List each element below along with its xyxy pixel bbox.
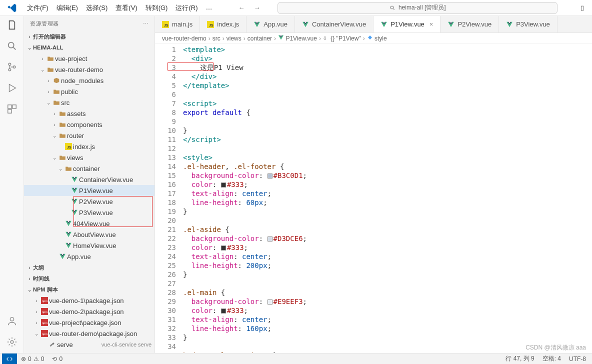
breadcrumb-item[interactable]: views: [226, 35, 242, 42]
tree-item[interactable]: P3View.vue: [24, 207, 154, 218]
menu-item[interactable]: 文件(F): [24, 2, 52, 14]
code-content[interactable]: <template> <div> 这是P1 View </div></templ…: [183, 44, 592, 353]
editor-tab[interactable]: P3View.vue: [499, 16, 558, 32]
section-outline[interactable]: ›大纲: [24, 262, 154, 273]
vue-icon: [380, 21, 388, 28]
explorer-icon[interactable]: [6, 19, 18, 31]
tree-item[interactable]: ›vue-project: [24, 53, 154, 64]
editor-tab[interactable]: App.vue: [246, 16, 295, 32]
tree-item[interactable]: index.js: [24, 141, 154, 152]
section-open-editors[interactable]: ›打开的编辑器: [24, 31, 154, 42]
vue-icon: [302, 21, 309, 28]
editor-tab[interactable]: main.js: [155, 16, 200, 32]
breadcrumb[interactable]: vue-router-demo› src› views› container› …: [155, 33, 592, 44]
status-indent[interactable]: 空格: 4: [538, 354, 565, 363]
npm-script-item[interactable]: ›vue-project\package.json: [24, 317, 154, 328]
npm-script-item[interactable]: ›vue-demo-2\package.json: [24, 306, 154, 317]
breadcrumb-item[interactable]: vue-router-demo: [162, 35, 206, 42]
npm-script-item[interactable]: ›vue-demo-1\package.json: [24, 295, 154, 306]
tree-item[interactable]: ContainerView.vue: [24, 174, 154, 185]
folder-icon: [58, 121, 67, 128]
command-center-text: heima-all [管理员]: [398, 4, 446, 12]
search-nav-icon[interactable]: [6, 40, 18, 52]
tree-item[interactable]: HomeView.vue: [24, 240, 154, 251]
breadcrumb-item[interactable]: P1View.vue: [278, 34, 317, 42]
editor-tab[interactable]: P1View.vue×: [374, 16, 440, 32]
tree-item[interactable]: App.vue: [24, 251, 154, 262]
section-project[interactable]: ⌄HEIMA-ALL: [24, 42, 154, 53]
editor-tab[interactable]: index.js: [200, 16, 246, 32]
vue-icon: [70, 209, 79, 216]
menu-item[interactable]: 运行(R): [172, 2, 200, 14]
nav-fwd-icon[interactable]: →: [250, 2, 263, 13]
npm-script-item[interactable]: servevue-cli-service serve: [24, 339, 154, 350]
tree-item[interactable]: ⌄views: [24, 152, 154, 163]
npm-script-item[interactable]: ⌄vue-router-demo\package.json: [24, 328, 154, 339]
status-problems[interactable]: ⊗0 ⚠0: [17, 356, 48, 362]
code-editor[interactable]: 1234567891011121314151617181920212223242…: [155, 44, 592, 353]
menu-item[interactable]: 选择(S): [83, 2, 110, 14]
folder-icon: [52, 99, 61, 106]
menu-item[interactable]: 转到(G): [142, 2, 171, 14]
js-icon: [207, 21, 214, 28]
tree-item[interactable]: ⌄vue-router-demo: [24, 64, 154, 75]
vue-icon: [64, 231, 73, 238]
editor-tab[interactable]: ContainerView.vue: [295, 16, 374, 32]
tree-item[interactable]: ›public: [24, 86, 154, 97]
source-control-icon[interactable]: [6, 61, 18, 73]
editor-tab[interactable]: P2View.vue: [440, 16, 499, 32]
tree-item[interactable]: ⌄router: [24, 130, 154, 141]
npm-icon: [40, 330, 49, 337]
menu-item[interactable]: …: [202, 2, 215, 14]
editor-tabs: main.jsindex.jsApp.vueContainerView.vueP…: [155, 16, 592, 33]
vue-icon: [58, 253, 67, 260]
vue-icon: [254, 21, 260, 28]
vue-icon: [70, 176, 79, 183]
tree-item[interactable]: ›components: [24, 119, 154, 130]
menu-item[interactable]: 查看(V): [112, 2, 140, 14]
extensions-icon[interactable]: [6, 103, 18, 115]
svg-point-12: [10, 318, 14, 321]
settings-icon[interactable]: [6, 336, 18, 348]
tree-item[interactable]: AboutView.vue: [24, 229, 154, 240]
search-icon: [390, 5, 396, 11]
command-center[interactable]: heima-all [管理员]: [278, 2, 558, 14]
folder-icon: [46, 66, 55, 73]
remote-indicator[interactable]: [2, 354, 17, 364]
svg-point-8: [13, 66, 16, 68]
tree-item[interactable]: P2View.vue: [24, 196, 154, 207]
tree-item[interactable]: ›assets: [24, 108, 154, 119]
sidebar-more-icon[interactable]: ⋯: [143, 20, 149, 27]
account-icon[interactable]: [6, 315, 18, 327]
status-cursor[interactable]: 行 47, 列 9: [502, 354, 538, 363]
tree-item[interactable]: ›node_modules: [24, 75, 154, 86]
tree-item[interactable]: ⌄src: [24, 97, 154, 108]
menu-item[interactable]: 编辑(E): [54, 2, 81, 14]
breadcrumb-item[interactable]: style: [367, 34, 387, 42]
vscode-icon: [0, 2, 24, 14]
npm-icon: [40, 308, 49, 315]
folder-icon: [58, 110, 67, 117]
folder-icon: [46, 55, 55, 62]
vue-icon: [64, 242, 73, 249]
tree-item[interactable]: P1View.vue: [24, 185, 154, 196]
wr-icon: [48, 341, 57, 348]
svg-rect-11: [8, 110, 11, 113]
section-npm[interactable]: ⌄NPM 脚本: [24, 284, 154, 295]
menu-bar: 文件(F)编辑(E)选择(S)查看(V)转到(G)运行(R)…: [24, 2, 215, 14]
nav-back-icon[interactable]: ←: [235, 2, 248, 13]
tree-item[interactable]: ⌄container: [24, 163, 154, 174]
status-encoding[interactable]: UTF-8: [565, 354, 590, 363]
section-timeline[interactable]: ›时间线: [24, 273, 154, 284]
svg-point-13: [10, 340, 14, 344]
layout-toggle-icon[interactable]: ▯: [572, 4, 592, 12]
breadcrumb-item[interactable]: {} "P1View": [323, 34, 361, 42]
breadcrumb-item[interactable]: src: [212, 35, 220, 42]
breadcrumb-item[interactable]: container: [248, 35, 272, 42]
status-ports[interactable]: ⟲0: [48, 356, 66, 362]
title-bar: 文件(F)编辑(E)选择(S)查看(V)转到(G)运行(R)… ← → heim…: [0, 0, 592, 16]
close-icon[interactable]: ×: [430, 20, 434, 28]
tree-item[interactable]: 404View.vue: [24, 218, 154, 229]
svg-point-6: [8, 63, 11, 66]
run-debug-icon[interactable]: [6, 82, 18, 94]
